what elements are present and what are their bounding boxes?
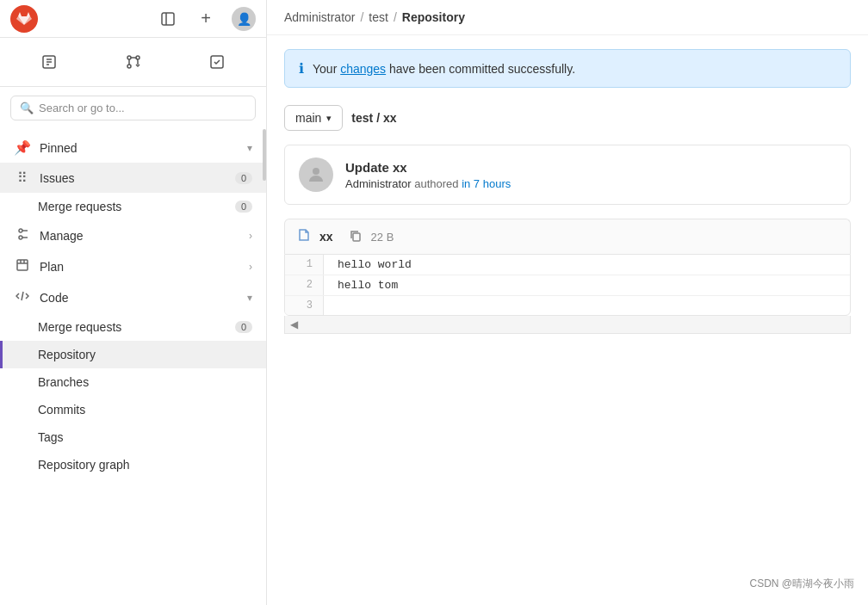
branch-name: main — [295, 111, 321, 125]
issues-icon: ⠿ — [14, 170, 31, 186]
commit-info: Update xx Administrator authored in 7 ho… — [345, 160, 511, 190]
sidebar-item-code[interactable]: Code ▾ — [0, 282, 266, 313]
sidebar-item-manage[interactable]: Manage › — [0, 220, 266, 251]
code-line-2: 2 hello tom — [285, 275, 850, 296]
breadcrumb-administrator[interactable]: Administrator — [284, 10, 355, 24]
sidebar-item-pinned[interactable]: 📌 Pinned ▾ — [0, 133, 266, 163]
svg-point-8 — [127, 65, 131, 68]
alert-message: Your changes have been committed success… — [313, 62, 575, 76]
svg-rect-0 — [162, 13, 174, 25]
file-view: xx 22 B 1 hello world 2 hello tom — [284, 219, 851, 334]
commit-author: Administrator — [345, 177, 412, 190]
svg-rect-20 — [353, 233, 360, 241]
sidebar-item-repository[interactable]: Repository — [0, 341, 266, 368]
breadcrumb-test[interactable]: test — [369, 10, 388, 24]
main-content: Administrator / test / Repository ℹ Your… — [267, 0, 868, 605]
svg-point-10 — [19, 229, 22, 232]
sidebar-item-merge-requests[interactable]: Merge requests 0 — [0, 193, 266, 220]
sidebar-item-plan[interactable]: Plan › — [0, 251, 266, 282]
breadcrumb-repository: Repository — [402, 10, 465, 24]
top-icons: + 👤 — [156, 7, 256, 31]
commit-meta: Administrator authored in 7 hours — [345, 177, 511, 190]
plan-icon — [14, 258, 31, 275]
branch-row: main ▾ test / xx — [284, 105, 851, 131]
breadcrumb: Administrator / test / Repository — [267, 0, 868, 35]
sidebar-toggle-icon[interactable] — [156, 7, 180, 31]
code-line-1: 1 hello world — [285, 255, 850, 275]
commit-title: Update xx — [345, 160, 511, 175]
code-line-3: 3 — [285, 296, 850, 315]
svg-point-11 — [19, 236, 22, 239]
commit-time-link[interactable]: in 7 hours — [462, 177, 511, 190]
sidebar-item-repository-graph[interactable]: Repository graph — [0, 451, 266, 478]
sidebar-icon-row — [0, 38, 266, 87]
file-path: test / xx — [351, 111, 396, 125]
alert-changes-link[interactable]: changes — [340, 62, 386, 76]
svg-point-6 — [127, 56, 131, 59]
branch-selector[interactable]: main ▾ — [284, 105, 343, 131]
new-item-icon[interactable]: + — [194, 7, 218, 31]
horizontal-scrollbar[interactable]: ◀ — [284, 316, 851, 334]
sidebar-topbar: + 👤 — [0, 0, 266, 38]
sidebar-item-issues[interactable]: ⠿ Issues 0 — [0, 163, 266, 193]
search-placeholder: Search or go to... — [39, 102, 125, 114]
avatar — [299, 157, 333, 192]
svg-line-18 — [22, 292, 23, 300]
pin-icon: 📌 — [14, 139, 31, 156]
chevron-down-icon: ▾ — [326, 113, 332, 124]
breadcrumb-sep-2: / — [394, 10, 397, 24]
main-body: ℹ Your changes have been committed succe… — [267, 35, 868, 348]
success-alert: ℹ Your changes have been committed succe… — [284, 49, 851, 88]
sidebar-nav: 📌 Pinned ▾ ⠿ Issues 0 Merge requests 0 — [0, 129, 266, 605]
search-icon: 🔍 — [20, 102, 34, 114]
user-avatar[interactable]: 👤 — [232, 7, 256, 31]
manage-icon — [14, 227, 31, 244]
sidebar-item-branches[interactable]: Branches — [0, 368, 266, 396]
file-header: xx 22 B — [284, 219, 851, 254]
file-copy-icon[interactable] — [349, 229, 363, 245]
file-icon — [297, 228, 311, 245]
svg-point-19 — [313, 168, 319, 175]
svg-rect-14 — [17, 260, 28, 270]
info-icon: ℹ — [299, 60, 304, 77]
sidebar-item-tags[interactable]: Tags — [0, 423, 266, 451]
code-icon — [14, 289, 31, 306]
sidebar-item-commits[interactable]: Commits — [0, 396, 266, 423]
compose-button[interactable] — [10, 45, 88, 79]
gitlab-logo[interactable] — [10, 5, 38, 33]
file-size: 22 B — [371, 231, 394, 244]
checklist-button[interactable] — [178, 45, 256, 79]
sidebar: + 👤 — [0, 0, 267, 605]
code-table: 1 hello world 2 hello tom 3 — [284, 254, 851, 316]
breadcrumb-sep-1: / — [360, 10, 363, 24]
sidebar-item-merge-requests-code[interactable]: Merge requests 0 — [0, 313, 266, 341]
file-name: xx — [319, 230, 333, 244]
merge-request-button[interactable] — [95, 45, 172, 79]
commit-card: Update xx Administrator authored in 7 ho… — [284, 145, 851, 205]
search-bar[interactable]: 🔍 Search or go to... — [10, 96, 256, 120]
scroll-left-arrow[interactable]: ◀ — [290, 318, 298, 330]
